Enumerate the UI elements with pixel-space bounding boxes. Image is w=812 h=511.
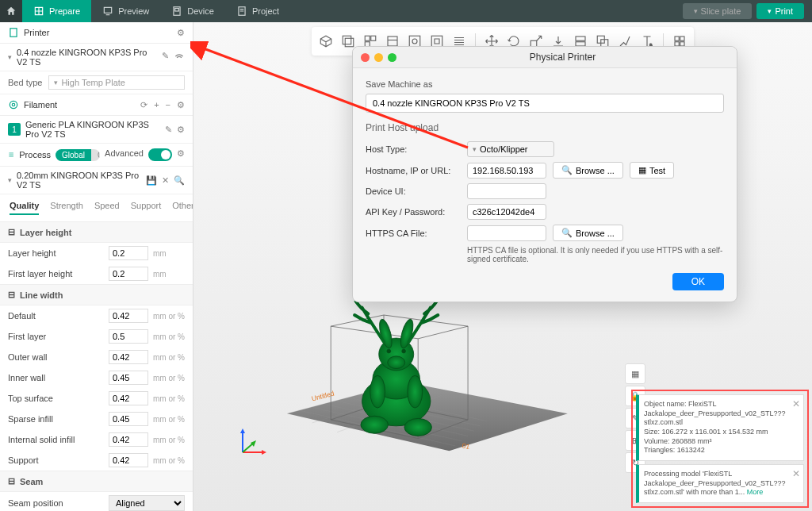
edit-icon[interactable]: ✎	[162, 51, 169, 63]
svg-rect-10	[371, 36, 376, 40]
browse-ca-button[interactable]: 🔍Browse ...	[553, 225, 623, 241]
notif-line: Processing model 'FlexiSTL Jackalope_dee…	[644, 470, 786, 496]
edit-icon[interactable]: ✎	[165, 125, 172, 135]
filament-selector[interactable]: 1 Generic PLA KINGROON KP3S Pro V2 TS ✎ …	[0, 116, 193, 144]
outer-wall-input[interactable]	[109, 350, 148, 364]
build-plate[interactable]: Untitled 01	[233, 289, 622, 463]
svg-point-52	[387, 349, 391, 353]
param-label: Sparse infill	[8, 414, 104, 424]
tab-speed[interactable]: Speed	[94, 201, 120, 215]
slice-plate-button[interactable]: ▾Slice plate	[683, 3, 753, 19]
device-ui-label: Device UI:	[366, 186, 461, 196]
group-line-width[interactable]: ⊟Line width	[0, 284, 193, 305]
svg-point-6	[12, 103, 15, 106]
bed-type-label: Bed type	[8, 78, 42, 87]
filament-header: Filament ⟳ + − ⚙	[0, 94, 193, 116]
tab-support[interactable]: Support	[131, 201, 162, 215]
section-title: Process	[19, 150, 51, 159]
support-lw-input[interactable]	[109, 453, 148, 467]
tab-others[interactable]: Others	[172, 201, 193, 215]
printer-selector[interactable]: ▾ 0.4 nozzle KINGROON KP3S Pro V2 TS ✎	[0, 44, 193, 71]
tab-preview[interactable]: Preview	[91, 0, 160, 22]
device-ui-input[interactable]	[467, 183, 546, 199]
group-seam[interactable]: ⊟Seam	[0, 471, 193, 492]
group-layer-height[interactable]: ⊟Layer height	[0, 221, 193, 243]
first-layer-lw-input[interactable]	[109, 329, 148, 344]
top-surface-input[interactable]	[109, 391, 148, 405]
svg-point-14	[412, 39, 417, 44]
close-icon[interactable]: ✕	[792, 398, 800, 411]
advanced-toggle[interactable]	[148, 148, 172, 161]
api-key-input[interactable]	[467, 204, 546, 220]
process-selector[interactable]: ▾ 0.20mm KINGROON KP3S Pro V2 TS 💾 ✕ 🔍	[0, 167, 193, 194]
tab-label: Preview	[118, 6, 149, 16]
internal-solid-input[interactable]	[109, 432, 148, 447]
sync-icon[interactable]: ⟳	[140, 100, 147, 110]
host-type-label: Host Type:	[366, 144, 461, 154]
unit: mm or %	[153, 353, 185, 362]
plus-icon[interactable]: +	[154, 100, 159, 110]
collapse-icon: ⊟	[8, 476, 15, 486]
svg-rect-13	[409, 36, 420, 47]
print-button[interactable]: ▾Print	[756, 3, 804, 19]
tab-strength[interactable]: Strength	[50, 201, 83, 215]
close-icon[interactable]: ✕	[162, 175, 169, 186]
svg-rect-12	[388, 36, 397, 46]
home-button[interactable]	[0, 0, 22, 22]
axis-gizmo	[236, 427, 268, 459]
dialog-title: Physical Printer	[396, 52, 729, 63]
window-controls[interactable]	[361, 53, 396, 62]
model-label: Untitled	[311, 390, 335, 403]
hostname-label: Hostname, IP or URL:	[366, 166, 461, 175]
param-label: Internal solid infill	[8, 435, 104, 444]
add-cube-icon[interactable]	[316, 32, 335, 51]
tab-prepare[interactable]: Prepare	[22, 0, 91, 22]
wifi-icon[interactable]	[174, 51, 185, 63]
ok-button[interactable]: OK	[672, 273, 724, 290]
hostname-input[interactable]	[467, 163, 546, 179]
seam-position-select[interactable]: Aligned	[109, 495, 185, 511]
inner-wall-input[interactable]	[109, 371, 148, 385]
minus-icon[interactable]: −	[166, 100, 170, 110]
save-icon[interactable]: 💾	[146, 175, 157, 186]
gear-icon[interactable]: ⚙	[177, 148, 185, 161]
global-objects-pill[interactable]: Global Objects	[56, 149, 100, 161]
collapse-icon: ⊟	[8, 290, 15, 300]
tab-project[interactable]: Project	[225, 0, 290, 22]
svg-point-53	[402, 349, 406, 353]
gear-icon[interactable]: ⚙	[177, 125, 185, 135]
more-link[interactable]: More	[747, 488, 764, 496]
search-icon[interactable]: 🔍	[174, 175, 185, 186]
tab-device[interactable]: Device	[160, 0, 225, 22]
layer-height-input[interactable]	[109, 246, 148, 260]
svg-point-51	[408, 375, 423, 408]
first-layer-height-input[interactable]	[109, 267, 148, 281]
tab-quality[interactable]: Quality	[10, 201, 39, 215]
host-type-select[interactable]: ▾Octo/Klipper	[467, 141, 554, 157]
https-help-text: HTTPS CA file is optional. It is only ne…	[467, 246, 724, 263]
unit: mm or %	[153, 394, 185, 403]
tab-label: Prepare	[49, 6, 80, 16]
test-icon: ▦	[638, 165, 646, 175]
bed-type-select[interactable]: ▾High Temp Plate	[48, 75, 185, 90]
plate-settings-icon[interactable]: ▦	[625, 363, 645, 384]
close-icon[interactable]: ✕	[792, 468, 800, 481]
svg-point-45	[388, 356, 405, 369]
https-ca-input[interactable]	[467, 225, 546, 241]
gear-icon[interactable]: ⚙	[177, 28, 185, 38]
unit: mm or %	[153, 456, 185, 465]
notification: ✕ Object name: FlexiSTL Jackalope_deer_P…	[636, 394, 804, 461]
default-lw-input[interactable]	[109, 309, 148, 323]
test-button[interactable]: ▦Test	[630, 162, 674, 179]
svg-rect-22	[675, 36, 679, 40]
sidebar: Printer ⚙ ▾ 0.4 nozzle KINGROON KP3S Pro…	[0, 22, 193, 511]
param-label: Inner wall	[8, 373, 104, 382]
sparse-infill-input[interactable]	[109, 412, 148, 426]
browse-button[interactable]: 🔍Browse ...	[553, 162, 623, 179]
svg-rect-23	[680, 36, 684, 40]
notif-line: Volume: 260888 mm³	[644, 437, 789, 447]
plate-number: 01	[462, 441, 470, 451]
chevron-down-icon: ▾	[8, 176, 12, 184]
machine-name-input[interactable]	[366, 94, 724, 113]
gear-icon[interactable]: ⚙	[177, 100, 185, 110]
